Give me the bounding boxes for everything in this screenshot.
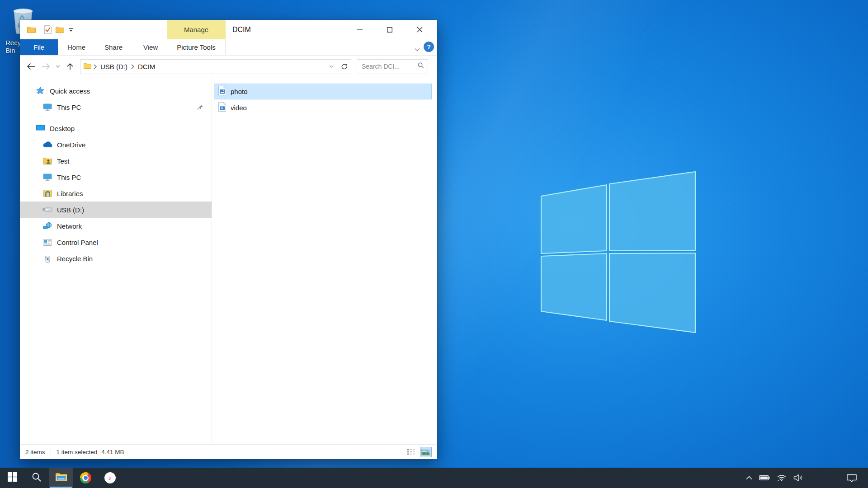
libraries-icon <box>42 190 52 197</box>
sidebar-item-label: This PC <box>57 103 81 111</box>
this-pc-icon <box>42 103 52 111</box>
large-thumbnails-view-button[interactable] <box>420 447 432 457</box>
sidebar-item-this-pc[interactable]: This PC <box>20 169 212 185</box>
search-input[interactable] <box>361 62 418 70</box>
quick-access-toolbar <box>20 25 78 34</box>
tab-file[interactable]: File <box>20 39 58 55</box>
sidebar-item-network[interactable]: Network <box>20 218 212 234</box>
sidebar-item-recycle-bin[interactable]: Recycle Bin <box>20 250 212 267</box>
folder-icon[interactable] <box>56 26 64 33</box>
file-item-video[interactable]: video <box>214 100 432 116</box>
status-separator <box>130 448 130 456</box>
start-button[interactable] <box>0 468 24 488</box>
tree-gap <box>20 115 212 120</box>
tab-home[interactable]: Home <box>58 39 95 55</box>
file-explorer-button[interactable] <box>49 468 73 488</box>
volume-icon[interactable] <box>793 474 803 482</box>
forward-button[interactable] <box>38 59 53 74</box>
navigation-bar: USB (D:)DCIM <box>20 56 437 77</box>
hidden-icons-chevron-icon[interactable] <box>746 476 752 480</box>
sidebar-item-label: OneDrive <box>57 141 85 149</box>
tab-view[interactable]: View <box>132 39 169 55</box>
manage-contextual-tab[interactable]: Manage <box>167 20 226 39</box>
recycle-bin-icon <box>42 255 52 263</box>
windows-logo-wallpaper <box>540 171 696 334</box>
video-file-icon <box>218 102 226 113</box>
window-title: DCIM <box>232 20 251 39</box>
itunes-button[interactable]: ♪ <box>98 468 122 488</box>
file-item-photo[interactable]: photo <box>214 84 432 99</box>
sidebar-item-label: This PC <box>57 174 81 181</box>
breadcrumb-chevron-icon <box>131 64 134 69</box>
sidebar-item-onedrive[interactable]: OneDrive <box>20 136 212 153</box>
file-item-label: video <box>231 104 247 112</box>
tab-picture-tools[interactable]: Picture Tools <box>167 39 226 55</box>
navigation-pane: Quick accessThis PCDesktopOneDriveTestTh… <box>20 77 212 444</box>
maximize-button[interactable] <box>375 20 405 39</box>
folder-icon[interactable] <box>27 26 36 33</box>
breadcrumb-segment-dcim[interactable]: DCIM <box>137 63 156 70</box>
sidebar-item-label: Desktop <box>50 125 75 132</box>
sidebar-item-this-pc[interactable]: This PC <box>20 99 212 115</box>
sidebar-item-control-panel[interactable]: Control Panel <box>20 234 212 250</box>
breadcrumb-segment-usb-d[interactable]: USB (D:) <box>99 63 129 70</box>
wifi-icon[interactable] <box>777 474 787 482</box>
file-explorer-window: Manage DCIM FileHomeShareViewPicture Too… <box>20 20 437 459</box>
sidebar-item-quick-access[interactable]: Quick access <box>20 83 212 99</box>
sidebar-item-desktop[interactable]: Desktop <box>20 120 212 136</box>
sidebar-item-test[interactable]: Test <box>20 153 212 169</box>
address-bar[interactable]: USB (D:)DCIM <box>80 59 337 74</box>
search-box <box>357 59 428 74</box>
chrome-button[interactable] <box>73 468 98 488</box>
taskbar-search-icon <box>32 472 42 484</box>
file-list: photovideo <box>212 77 437 444</box>
title-bar: Manage DCIM <box>20 20 437 39</box>
recent-locations-chevron-icon[interactable] <box>329 65 334 68</box>
toolbar-separator <box>78 25 78 34</box>
desktop: Recycle Bin Manage DCIM FileHomeShareVie… <box>0 0 868 488</box>
sidebar-item-label: USB (D:) <box>57 206 84 214</box>
sidebar-item-label: Test <box>57 157 70 165</box>
back-button[interactable] <box>24 59 38 74</box>
tab-share[interactable]: Share <box>95 39 132 55</box>
itunes-icon: ♪ <box>104 472 116 483</box>
help-button[interactable]: ? <box>424 42 434 52</box>
sidebar-item-label: Recycle Bin <box>57 255 93 263</box>
sidebar-item-usb-d[interactable]: USB (D:) <box>20 202 212 218</box>
quick-access-star-icon <box>35 86 45 95</box>
sidebar-item-label: Network <box>57 222 82 230</box>
battery-icon[interactable] <box>759 475 770 481</box>
taskbar-search-button[interactable] <box>24 468 49 488</box>
user-folder-icon <box>42 157 52 164</box>
pin-icon[interactable] <box>197 104 203 110</box>
chrome-icon <box>80 472 91 483</box>
selection-size: 4.41 MB <box>101 449 124 455</box>
file-explorer-icon <box>55 472 67 484</box>
onedrive-cloud-icon <box>42 141 52 148</box>
windows-start-icon <box>8 472 17 483</box>
breadcrumb-chevron-icon <box>94 64 97 69</box>
sidebar-item-label: Quick access <box>50 87 90 95</box>
minimize-button[interactable] <box>345 20 375 39</box>
small-folder-icon <box>84 62 91 70</box>
action-center-icon[interactable] <box>846 474 857 483</box>
sidebar-item-libraries[interactable]: Libraries <box>20 185 212 202</box>
ribbon-collapse-chevron-icon[interactable] <box>415 45 420 53</box>
close-button[interactable] <box>405 20 434 39</box>
properties-check-icon[interactable] <box>44 25 52 34</box>
sidebar-item-label: Control Panel <box>57 239 98 246</box>
control-panel-icon <box>42 239 52 246</box>
refresh-button[interactable] <box>337 59 351 74</box>
up-button[interactable] <box>62 59 77 74</box>
view-toggles <box>405 447 432 457</box>
recent-locations-chevron-button[interactable] <box>53 59 62 74</box>
nav-buttons <box>24 59 77 74</box>
details-view-button[interactable] <box>405 447 417 457</box>
customize-quick-access-icon[interactable] <box>68 28 74 32</box>
photo-file-icon <box>218 86 226 97</box>
status-bar: 2 items 1 item selected 4.41 MB <box>20 444 437 459</box>
selection-count: 1 item selected <box>57 449 98 455</box>
toolbar-separator <box>40 25 40 34</box>
window-content: Quick accessThis PCDesktopOneDriveTestTh… <box>20 77 437 444</box>
usb-drive-icon <box>42 207 52 212</box>
